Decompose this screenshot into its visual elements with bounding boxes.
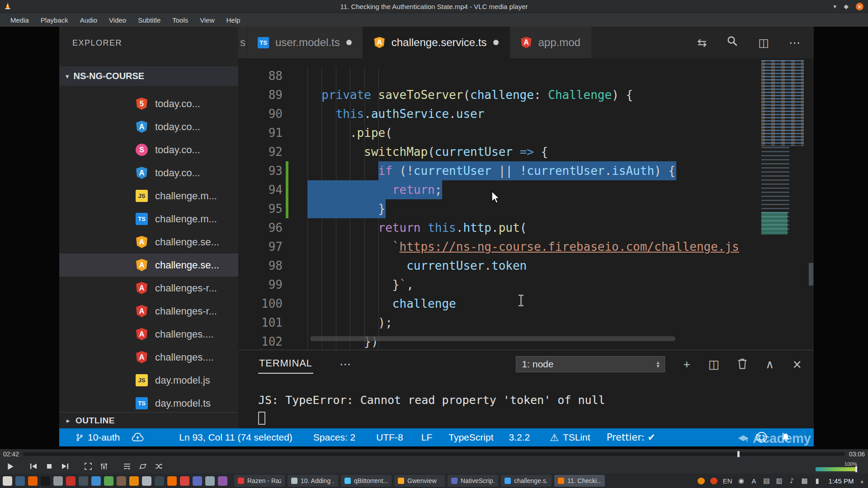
- fullscreen-button[interactable]: [82, 460, 94, 472]
- launcher-terminal[interactable]: [41, 476, 50, 486]
- code-line-91[interactable]: .pipe(: [307, 123, 755, 142]
- launcher-firefox[interactable]: [28, 476, 38, 486]
- taskbar-window-11-checki[interactable]: 11. Checki...: [554, 475, 605, 487]
- taskbar-window-razen-raz[interactable]: Razen - Raz...: [234, 475, 285, 487]
- file-row-today-co[interactable]: Atoday.co...: [59, 115, 238, 138]
- file-row-challenge-se[interactable]: Achallenge.se...: [59, 230, 238, 253]
- tray-icon-2[interactable]: [710, 478, 717, 484]
- launcher-app-7[interactable]: [79, 476, 88, 486]
- tray-icon-5[interactable]: A: [750, 477, 758, 485]
- launcher-app-15[interactable]: [180, 476, 189, 486]
- sync-icon[interactable]: [132, 432, 144, 442]
- code-lines[interactable]: private saveToServer(challenge: Challeng…: [307, 66, 755, 350]
- tray-clipboard[interactable]: ▤: [763, 477, 770, 485]
- volume-control[interactable]: 100%: [816, 461, 863, 471]
- cursor-position-item[interactable]: Ln 93, Col 11 (74 selected): [179, 432, 292, 443]
- menu-item-tools[interactable]: Tools: [166, 13, 194, 27]
- keyboard-layout-indicator[interactable]: EN: [723, 477, 732, 485]
- tray-icon-7[interactable]: ▥: [776, 477, 783, 485]
- tray-battery[interactable]: ▮: [814, 477, 821, 485]
- code-line-97[interactable]: `https://ns-ng-course.firebaseio.com/cha…: [307, 237, 755, 256]
- prettier-item[interactable]: Prettier: ✔: [607, 432, 656, 443]
- code-editor[interactable]: 888990919293949596979899100101102 privat…: [238, 58, 814, 350]
- seek-handle[interactable]: [737, 451, 740, 457]
- tray-icon-1[interactable]: [698, 478, 705, 484]
- volume-thumb[interactable]: [855, 466, 857, 472]
- file-row-today-co[interactable]: Stoday.co...: [59, 138, 238, 161]
- maximize-panel-icon[interactable]: ∧: [765, 358, 774, 370]
- horizontal-scrollbar[interactable]: [310, 336, 675, 341]
- launcher-app-1[interactable]: [3, 476, 12, 486]
- file-row-today-co[interactable]: 5today.co...: [59, 92, 238, 115]
- file-row-challenge-se[interactable]: Achallenge.se...: [59, 253, 238, 277]
- play-button[interactable]: [5, 460, 16, 472]
- indentation-item[interactable]: Spaces: 2: [313, 432, 355, 443]
- code-line-90[interactable]: this.authService.user: [307, 104, 755, 123]
- launcher-app-14[interactable]: [167, 476, 177, 486]
- search-preview-icon[interactable]: [726, 35, 738, 50]
- split-editor-icon[interactable]: ◫: [758, 36, 769, 49]
- menu-item-help[interactable]: Help: [221, 13, 246, 27]
- code-line-94[interactable]: return;: [307, 180, 755, 199]
- launcher-app-16[interactable]: [193, 476, 202, 486]
- menu-item-view[interactable]: View: [194, 13, 220, 27]
- tab-terminal[interactable]: TERMINAL: [258, 355, 313, 374]
- taskbar-window-qbittorrent[interactable]: qBittorrent...: [341, 475, 392, 487]
- terminal-more-icon[interactable]: ⋯: [340, 357, 351, 371]
- tab-user-model-ts[interactable]: TSuser.model.ts: [247, 27, 363, 58]
- next-button[interactable]: [59, 460, 71, 472]
- seek-slider[interactable]: [23, 452, 845, 456]
- file-row-challenges[interactable]: Achallenges....: [59, 323, 238, 346]
- tab-fragment[interactable]: s: [238, 27, 247, 58]
- menu-item-media[interactable]: Media: [5, 13, 35, 27]
- scrollbar-thumb[interactable]: [809, 263, 813, 286]
- launcher-app-11[interactable]: [129, 476, 139, 486]
- split-terminal-icon[interactable]: ◫: [708, 358, 720, 370]
- outline-section-header[interactable]: ▸ OUTLINE: [59, 412, 238, 428]
- launcher-app-12[interactable]: [142, 476, 151, 486]
- launcher-app-2[interactable]: [15, 476, 25, 486]
- eol-item[interactable]: LF: [421, 432, 433, 443]
- launcher-app-9[interactable]: [104, 476, 113, 486]
- open-changes-icon[interactable]: ⇆: [697, 36, 707, 49]
- launcher-app-18[interactable]: [218, 476, 227, 486]
- code-line-99[interactable]: }`,: [307, 275, 755, 294]
- tray-volume[interactable]: ♪: [788, 477, 796, 485]
- menu-item-playback[interactable]: Playback: [35, 13, 74, 27]
- taskbar-window-nativescrip[interactable]: NativeScrip...: [448, 475, 498, 487]
- menu-item-audio[interactable]: Audio: [74, 13, 103, 27]
- code-line-93[interactable]: if (!currentUser || !currentUser.isAuth)…: [307, 161, 755, 180]
- tslint-item[interactable]: ⚠ TSLint: [550, 432, 590, 443]
- file-row-challenge-m[interactable]: TSchallenge.m...: [59, 207, 238, 230]
- menu-item-video[interactable]: Video: [103, 13, 132, 27]
- launcher-app-8[interactable]: [91, 476, 101, 486]
- code-line-92[interactable]: switchMap(currentUser => {: [307, 142, 755, 161]
- file-row-challenge-m[interactable]: JSchallenge.m...: [59, 184, 238, 207]
- code-line-88[interactable]: [307, 66, 755, 85]
- close-panel-icon[interactable]: ×: [792, 358, 802, 370]
- vertical-scrollbar[interactable]: [808, 58, 814, 350]
- code-line-95[interactable]: }: [307, 199, 755, 218]
- maximize-button[interactable]: ◆: [844, 3, 849, 10]
- tray-icon-4[interactable]: ◉: [738, 477, 745, 485]
- taskbar-window-10-adding[interactable]: 10. Adding ...: [288, 475, 338, 487]
- taskbar-window-gwenview[interactable]: Gwenview: [394, 475, 445, 487]
- tray-expander-icon[interactable]: ▴: [860, 478, 865, 484]
- launcher-app-10[interactable]: [117, 476, 126, 486]
- minimize-button[interactable]: ▾: [833, 3, 836, 10]
- file-row-challenges-r[interactable]: Achallenges-r...: [59, 300, 238, 323]
- code-line-100[interactable]: challenge: [307, 294, 755, 313]
- ts-version-item[interactable]: 3.2.2: [509, 432, 530, 443]
- tab-challenge-service-ts[interactable]: Achallenge.service.ts: [363, 27, 510, 58]
- launcher-app-13[interactable]: [155, 476, 164, 486]
- file-row-day-model-ts[interactable]: TSday.model.ts: [59, 392, 238, 413]
- close-button[interactable]: ×: [856, 3, 863, 10]
- loop-button[interactable]: [137, 460, 149, 472]
- file-row-challenges[interactable]: Achallenges....: [59, 346, 238, 369]
- kill-terminal-icon[interactable]: [737, 358, 747, 371]
- clock[interactable]: 1:45 PM: [829, 477, 854, 485]
- video-area[interactable]: EXPLORER ▾ NS-NG-COURSE 5today.co...Atod…: [0, 27, 868, 449]
- launcher-app-5[interactable]: [53, 476, 63, 486]
- encoding-item[interactable]: UTF-8: [376, 432, 403, 443]
- tab-app-mod[interactable]: Aapp.mod: [510, 27, 591, 58]
